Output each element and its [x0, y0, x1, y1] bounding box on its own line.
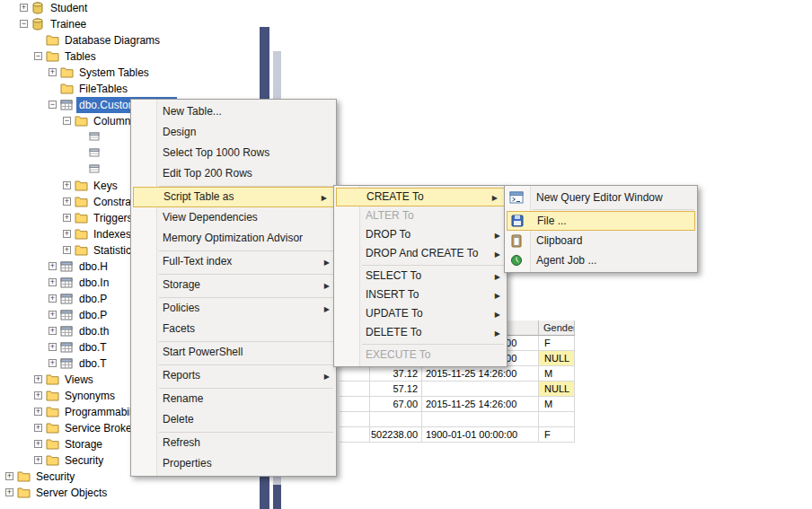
tree-item-label[interactable]: Security	[62, 452, 106, 469]
expand-plus-icon[interactable]: +	[49, 343, 57, 351]
grid-cell[interactable]: 1900-01-01 00:00:00	[422, 427, 539, 443]
expand-plus-icon[interactable]: +	[63, 246, 71, 254]
menu-item-new-table[interactable]: New Table...	[131, 101, 336, 122]
grid-cell[interactable]: NULL	[539, 351, 575, 366]
expand-plus-icon[interactable]: +	[49, 327, 57, 335]
menu-item-policies[interactable]: Policies▶	[131, 298, 336, 319]
tree-item-label[interactable]: Views	[62, 372, 96, 388]
grid-cell[interactable]: M	[539, 366, 575, 382]
menu-item-memory-optimization-advisor[interactable]: Memory Optimization Advisor	[131, 228, 336, 249]
menu-item-drop-to[interactable]: DROP To▶	[334, 225, 507, 244]
expand-plus-icon[interactable]: +	[49, 278, 57, 286]
collapse-minus-icon[interactable]: −	[34, 52, 42, 60]
tree-item-label[interactable]: Triggers	[91, 210, 136, 226]
grid-cell[interactable]	[340, 412, 370, 427]
tree-item-label[interactable]: Security	[33, 469, 77, 485]
menu-item-edit-top-200-rows[interactable]: Edit Top 200 Rows	[131, 163, 336, 184]
menu-item-select-to[interactable]: SELECT To▶	[334, 267, 507, 285]
tree-item-label[interactable]: dbo.P	[76, 291, 110, 307]
collapse-minus-icon[interactable]: −	[20, 20, 28, 28]
menu-item-agent-job[interactable]: Agent Job ...	[505, 250, 697, 270]
expand-plus-icon[interactable]: +	[49, 262, 57, 270]
grid-cell[interactable]: F	[539, 427, 575, 443]
menu-item-view-dependencies[interactable]: View Dependencies	[131, 207, 336, 228]
menu-item-facets[interactable]: Facets	[131, 319, 336, 339]
grid-cell[interactable]	[370, 412, 422, 427]
tree-item-label[interactable]: Storage	[62, 436, 105, 452]
tree-item-label[interactable]: dbo.th	[76, 323, 111, 339]
expand-plus-icon[interactable]: +	[20, 4, 28, 12]
menu-item-clipboard[interactable]: Clipboard	[505, 231, 697, 250]
tree-item-label[interactable]: Database Diagrams	[62, 32, 163, 48]
menu-item-refresh[interactable]: Refresh	[131, 433, 336, 453]
tree-item-label[interactable]: Service Broker	[62, 420, 138, 436]
expand-plus-icon[interactable]: +	[34, 408, 42, 416]
collapse-minus-icon[interactable]: −	[63, 117, 71, 125]
expand-plus-icon[interactable]: +	[49, 359, 57, 367]
grid-cell[interactable]	[422, 412, 539, 427]
tree-item-label[interactable]: dbo.T	[76, 355, 110, 372]
expand-plus-icon[interactable]: +	[34, 375, 42, 383]
expand-plus-icon[interactable]: +	[34, 456, 42, 464]
menu-item-delete-to[interactable]: DELETE To▶	[334, 323, 507, 342]
grid-cell[interactable]	[340, 382, 370, 397]
expand-plus-icon[interactable]: +	[63, 230, 71, 238]
menu-item-select-top-1000-rows[interactable]: Select Top 1000 Rows	[131, 143, 336, 163]
expand-plus-icon[interactable]: +	[5, 472, 13, 480]
menu-item-script-table-as[interactable]: Script Table as▶	[133, 187, 334, 207]
tree-item-label[interactable]: dbo.T	[76, 339, 110, 355]
expand-plus-icon[interactable]: +	[63, 197, 71, 206]
menu-item-file[interactable]: File ...	[507, 211, 695, 231]
expand-plus-icon[interactable]: +	[34, 391, 42, 399]
tree-item-label[interactable]: dbo.H	[76, 259, 110, 275]
grid-cell[interactable]: 67.00	[370, 397, 422, 412]
tree-item-label[interactable]: Synonyms	[62, 388, 118, 404]
expand-plus-icon[interactable]: +	[49, 311, 57, 319]
expand-plus-icon[interactable]: +	[63, 214, 71, 222]
grid-cell[interactable]: F	[539, 336, 575, 351]
expand-plus-icon[interactable]: +	[34, 440, 42, 448]
menu-item-storage[interactable]: Storage▶	[131, 275, 336, 295]
tree-item-label[interactable]: Indexes	[91, 226, 134, 242]
menu-item-full-text-index[interactable]: Full-Text index▶	[131, 251, 336, 272]
grid-cell[interactable]: M	[539, 397, 575, 412]
expand-plus-icon[interactable]: +	[5, 488, 13, 496]
tree-item-label[interactable]: Server Objects	[33, 485, 110, 501]
menu-item-insert-to[interactable]: INSERT To▶	[334, 285, 507, 304]
menu-item-create-to[interactable]: CREATE To▶	[336, 188, 505, 206]
menu-item-design[interactable]: Design	[131, 122, 336, 143]
menu-item-drop-and-create-to[interactable]: DROP And CREATE To▶	[334, 244, 507, 263]
grid-cell[interactable]	[340, 427, 370, 443]
menu-item-rename[interactable]: Rename	[131, 389, 336, 409]
grid-cell[interactable]: 57.12	[370, 382, 422, 397]
tree-item-label[interactable]: Trainee	[48, 16, 89, 32]
grid-cell[interactable]: 37.12	[370, 366, 422, 382]
grid-cell[interactable]: NULL	[539, 382, 575, 397]
tree-item-label[interactable]: Student	[48, 0, 90, 16]
grid-cell[interactable]	[422, 382, 539, 397]
expand-plus-icon[interactable]: +	[34, 424, 42, 432]
menu-item-delete[interactable]: Delete	[131, 409, 336, 430]
tree-item-label[interactable]: Tables	[62, 48, 99, 65]
grid-cell[interactable]	[340, 366, 370, 382]
tree-item-label[interactable]: FileTables	[76, 81, 130, 97]
menu-item-start-powershell[interactable]: Start PowerShell	[131, 342, 336, 363]
expand-plus-icon[interactable]: +	[63, 181, 71, 189]
menu-item-new-query-editor-window[interactable]: New Query Editor Window	[505, 188, 697, 207]
grid-cell[interactable]	[539, 412, 575, 427]
editor-scrollbar-thumb[interactable]	[273, 485, 281, 509]
grid-cell[interactable]: 2015-11-25 14:26:00	[422, 366, 539, 382]
tree-item-label[interactable]: Keys	[91, 178, 120, 194]
expand-plus-icon[interactable]: +	[49, 294, 57, 303]
menu-item-reports[interactable]: Reports▶	[131, 365, 336, 386]
tree-item-label[interactable]: dbo.P	[76, 307, 110, 323]
expand-plus-icon[interactable]: +	[49, 68, 57, 76]
menu-item-properties[interactable]: Properties	[131, 453, 336, 474]
menu-item-update-to[interactable]: UPDATE To▶	[334, 304, 507, 323]
grid-cell[interactable]: 2015-11-25 14:26:00	[422, 397, 539, 412]
grid-header-gender[interactable]: Gender	[539, 320, 575, 336]
grid-cell[interactable]	[340, 397, 370, 412]
collapse-minus-icon[interactable]: −	[49, 101, 57, 109]
tree-item-label[interactable]: dbo.In	[76, 275, 111, 291]
tree-item-label[interactable]: System Tables	[76, 65, 152, 81]
